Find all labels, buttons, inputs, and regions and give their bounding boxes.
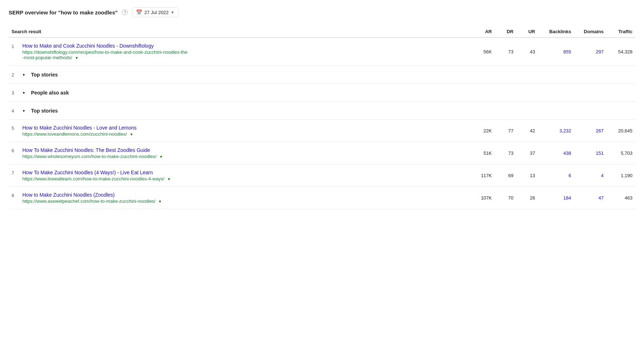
- special-row-content: 4 ► Top stories: [9, 108, 635, 114]
- result-cell: 1 How to Make and Cook Zucchini Noodles …: [9, 43, 466, 60]
- ur-value: 43: [516, 49, 538, 54]
- special-row-top-stories-2: 4 ► Top stories: [9, 102, 635, 120]
- result-title-link[interactable]: How to Make Zucchini Noodles - Love and …: [22, 125, 137, 131]
- row-number: 1: [12, 43, 17, 49]
- special-row-label: Top stories: [31, 72, 58, 78]
- ur-value: 13: [516, 173, 538, 178]
- result-title-link[interactable]: How to Make Zucchini Noodles (Zoodles): [22, 192, 115, 198]
- col-ar: AR: [466, 29, 495, 34]
- result-title-link[interactable]: How To Make Zucchini Noodles: The Best Z…: [22, 147, 150, 153]
- ur-value: 26: [516, 195, 538, 201]
- col-backlinks: Backlinks: [538, 29, 574, 34]
- dr-value: 73: [495, 49, 516, 54]
- traffic-value: 1,190: [606, 173, 635, 178]
- expand-icon[interactable]: ►: [22, 73, 26, 76]
- url-dropdown-icon[interactable]: ▼: [158, 200, 162, 203]
- col-search-result: Search result: [9, 29, 466, 34]
- url-text[interactable]: https://www.liveeatlearn.com/how-to-make…: [22, 176, 164, 181]
- dr-value: 77: [495, 128, 516, 134]
- result-content: How To Make Zucchini Noodles: The Best Z…: [22, 147, 463, 159]
- result-cell: 5 How to Make Zucchini Noodles - Love an…: [9, 125, 466, 137]
- result-content: How to Make Zucchini Noodles (Zoodles) h…: [22, 192, 463, 204]
- calendar-icon: 📅: [136, 9, 142, 15]
- table-row: 7 How To Make Zucchini Noodles (4 Ways!)…: [9, 165, 635, 187]
- special-row-label: Top stories: [31, 108, 58, 114]
- result-url: https://www.asweetpeachef.com/how-to-mak…: [22, 198, 463, 204]
- result-title-link[interactable]: How to Make and Cook Zucchini Noodles - …: [22, 43, 154, 49]
- result-content: How to Make Zucchini Noodles - Love and …: [22, 125, 463, 137]
- domains-value[interactable]: 297: [574, 49, 606, 54]
- result-content: How to Make and Cook Zucchini Noodles - …: [22, 43, 463, 60]
- result-cell: 8 How to Make Zucchini Noodles (Zoodles)…: [9, 192, 466, 204]
- backlinks-value[interactable]: 855: [538, 49, 574, 54]
- chevron-down-icon: ▼: [171, 10, 175, 14]
- traffic-value: 5,703: [606, 150, 635, 156]
- backlinks-value[interactable]: 3,232: [538, 128, 574, 134]
- row-number: 4: [12, 108, 17, 114]
- special-row-content: 3 ► People also ask: [9, 89, 635, 96]
- table-header: Search result AR DR UR Backlinks Domains…: [9, 26, 635, 38]
- traffic-value: 54,328: [606, 49, 635, 54]
- url-text[interactable]: https://downshiftology.com/recipes/how-t…: [22, 49, 188, 60]
- ur-value: 42: [516, 128, 538, 134]
- expand-icon[interactable]: ►: [22, 109, 26, 113]
- row-number: 7: [12, 170, 17, 176]
- url-text[interactable]: https://www.wholesomeyum.com/how-to-make…: [22, 154, 156, 159]
- col-domains: Domains: [574, 29, 606, 34]
- ar-value: 117K: [466, 173, 495, 178]
- special-row-content: 2 ► Top stories: [9, 71, 635, 78]
- row-number: 3: [12, 89, 17, 96]
- row-number: 2: [12, 71, 17, 78]
- url-dropdown-icon[interactable]: ▼: [75, 56, 79, 60]
- row-number: 6: [12, 147, 17, 153]
- table-row: 8 How to Make Zucchini Noodles (Zoodles)…: [9, 187, 635, 209]
- page-title: SERP overview for "how to make zoodles": [9, 9, 118, 16]
- col-traffic: Traffic: [606, 29, 635, 34]
- domains-value[interactable]: 267: [574, 128, 606, 134]
- special-row-label: People also ask: [31, 90, 69, 96]
- result-url: https://downshiftology.com/recipes/how-t…: [22, 49, 463, 60]
- result-title-link[interactable]: How To Make Zucchini Noodles (4 Ways!) -…: [22, 170, 153, 175]
- dr-value: 73: [495, 150, 516, 156]
- backlinks-value[interactable]: 438: [538, 150, 574, 156]
- url-text[interactable]: https://www.loveandlemons.com/zucchini-n…: [22, 131, 127, 137]
- col-ur: UR: [516, 29, 538, 34]
- ar-value: 22K: [466, 128, 495, 134]
- ar-value: 51K: [466, 150, 495, 156]
- result-content: How To Make Zucchini Noodles (4 Ways!) -…: [22, 170, 463, 181]
- ur-value: 37: [516, 150, 538, 156]
- url-dropdown-icon[interactable]: ▼: [167, 177, 171, 181]
- date-selector[interactable]: 📅 27 Jul 2022 ▼: [132, 7, 178, 17]
- col-dr: DR: [495, 29, 516, 34]
- special-row-top-stories-1: 2 ► Top stories: [9, 66, 635, 84]
- ar-value: 56K: [466, 49, 495, 54]
- result-cell: 7 How To Make Zucchini Noodles (4 Ways!)…: [9, 170, 466, 181]
- table-row: 1 How to Make and Cook Zucchini Noodles …: [9, 38, 635, 66]
- expand-icon[interactable]: ►: [22, 91, 26, 95]
- result-url: https://www.loveandlemons.com/zucchini-n…: [22, 131, 463, 137]
- domains-value[interactable]: 151: [574, 150, 606, 156]
- result-cell: 6 How To Make Zucchini Noodles: The Best…: [9, 147, 466, 159]
- help-icon[interactable]: ?: [122, 9, 128, 15]
- result-url: https://www.liveeatlearn.com/how-to-make…: [22, 176, 463, 181]
- table-row: 6 How To Make Zucchini Noodles: The Best…: [9, 142, 635, 165]
- dr-value: 70: [495, 195, 516, 201]
- domains-value[interactable]: 4: [574, 173, 606, 178]
- url-dropdown-icon[interactable]: ▼: [129, 132, 133, 136]
- domains-value[interactable]: 47: [574, 195, 606, 201]
- url-dropdown-icon[interactable]: ▼: [159, 155, 163, 159]
- result-url: https://www.wholesomeyum.com/how-to-make…: [22, 154, 463, 159]
- traffic-value: 463: [606, 195, 635, 201]
- url-text[interactable]: https://www.asweetpeachef.com/how-to-mak…: [22, 198, 155, 204]
- serp-table: Search result AR DR UR Backlinks Domains…: [9, 26, 635, 209]
- date-label: 27 Jul 2022: [144, 10, 168, 15]
- ar-value: 107K: [466, 195, 495, 201]
- page-header: SERP overview for "how to make zoodles" …: [9, 7, 635, 17]
- row-number: 8: [12, 192, 17, 198]
- special-row-people-also-ask: 3 ► People also ask: [9, 84, 635, 102]
- backlinks-value[interactable]: 184: [538, 195, 574, 201]
- backlinks-value[interactable]: 6: [538, 173, 574, 178]
- dr-value: 69: [495, 173, 516, 178]
- traffic-value: 20,645: [606, 128, 635, 134]
- row-number: 5: [12, 125, 17, 131]
